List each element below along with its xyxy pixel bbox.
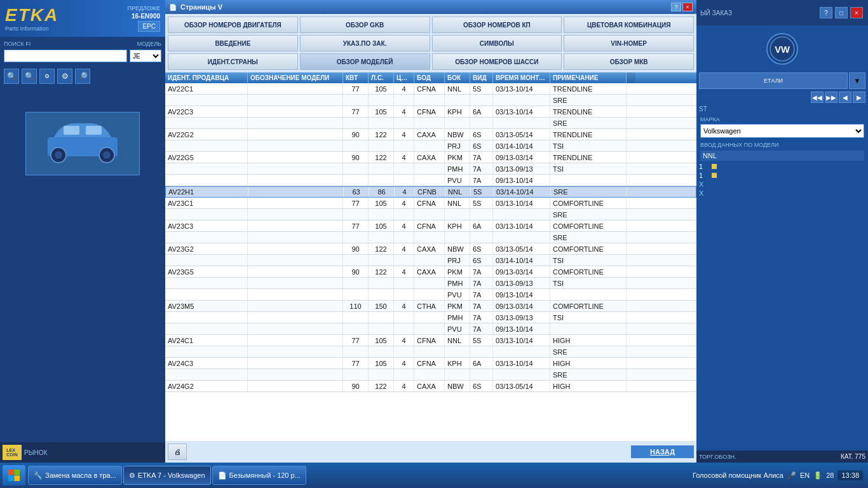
table-row[interactable]: PRJ6S03/14-10/14TSI xyxy=(165,255,696,266)
zoom-out-button[interactable]: 🔍 xyxy=(4,69,19,84)
help-button[interactable]: ? xyxy=(671,3,681,11)
print-button[interactable]: 🖨 xyxy=(168,444,187,460)
table-cell: NBW xyxy=(445,243,470,254)
table-row[interactable]: AV23G2901224CAXANBW6S03/13-05/14COMFORTL… xyxy=(165,243,696,255)
tool-btn-4[interactable]: ⚙ xyxy=(57,69,72,84)
model-select[interactable]: JE xyxy=(130,50,161,62)
table-row[interactable]: SRE xyxy=(165,232,696,243)
table-row[interactable]: SRE xyxy=(165,209,696,220)
table-cell: NNL xyxy=(445,187,471,197)
arrow-left-left[interactable]: ◀◀ xyxy=(811,92,824,103)
right-nav-dropdown[interactable]: ▼ xyxy=(849,72,865,89)
table-cell xyxy=(414,312,445,323)
etka-right-header: ПРЕДЛОЖЕ 16-EN900 EPC xyxy=(127,5,160,32)
table-cell xyxy=(248,278,343,288)
nav-simvoly[interactable]: СИМВОЛЫ xyxy=(432,35,562,51)
table-row[interactable]: PMH7A03/13-09/13TSI xyxy=(165,312,696,323)
nav-vvedenie[interactable]: ВВЕДЕНИЕ xyxy=(168,35,298,51)
table-cell xyxy=(165,232,248,243)
zoom-in-button[interactable]: 🔍 xyxy=(22,69,37,84)
main-window: 📄 Страницы V ? × ОБЗОР НОМЕРОВ ДВИГАТЕЛЯ… xyxy=(165,0,696,463)
table-cell xyxy=(165,369,248,380)
table-row[interactable]: AV23C1771054CFNANNL5S03/13-10/14COMFORTL… xyxy=(165,198,696,209)
table-cell xyxy=(248,346,343,357)
tool-btn-3[interactable]: ⚙ xyxy=(39,69,55,84)
table-cell xyxy=(550,323,627,334)
marka-select[interactable]: Volkswagen xyxy=(700,124,864,138)
table-row[interactable]: PMH7A03/13-09/13TSI xyxy=(165,163,696,175)
arrow-right-right[interactable]: ▶▶ xyxy=(825,92,837,103)
nav-kp-numbers[interactable]: ОБЗОР НОМЕРОВ КП xyxy=(432,17,562,33)
table-row[interactable]: PMH7A03/13-09/13TSI xyxy=(165,278,696,289)
table-cell: AV23G2 xyxy=(165,243,248,254)
nav-ukaz-po-zak[interactable]: УКАЗ.ПО ЗАК. xyxy=(300,35,430,51)
table-row[interactable]: SRE xyxy=(165,118,696,129)
table-cell: AV24C1 xyxy=(165,335,248,346)
back-button[interactable]: НАЗАД xyxy=(631,445,694,458)
start-button[interactable] xyxy=(3,465,25,485)
table-cell xyxy=(165,323,248,334)
table-row[interactable]: AV22C3771054CFNAKPH6A03/13-10/14TRENDLIN… xyxy=(165,106,696,118)
taskbar-item-2[interactable]: ⚙ ETKA 7 - Volkswagen xyxy=(123,466,211,485)
table-row[interactable]: PVU7A09/13-10/14 xyxy=(165,175,696,186)
table-cell: 77 xyxy=(343,83,369,94)
table-cell: 4 xyxy=(394,106,414,117)
table-row[interactable]: AV22G2901224CAXANBW6S03/13-05/14TRENDLIN… xyxy=(165,129,696,140)
table-row[interactable]: AV23C3771054CFNAKPH6A03/13-10/14COMFORTL… xyxy=(165,220,696,232)
nav-gkb[interactable]: ОБЗОР GKB xyxy=(300,17,430,33)
nav-engine-numbers[interactable]: ОБЗОР НОМЕРОВ ДВИГАТЕЛЯ xyxy=(168,17,298,33)
table-cell: 03/14-10/14 xyxy=(494,187,551,197)
table-cell: KPH xyxy=(445,106,470,117)
table-cell: 4 xyxy=(394,358,414,369)
nav-color-combination[interactable]: ЦВЕТОВАЯ КОМБИНАЦИЯ xyxy=(564,17,694,33)
taskbar-item-3[interactable]: 📄 Безымянный - 120 р... xyxy=(212,466,306,485)
nav-vin[interactable]: VIN-НОМЕР xyxy=(564,35,694,51)
table-row[interactable]: AV24G2901224CAXANBW6S03/13-05/14HIGH xyxy=(165,381,696,392)
table-cell xyxy=(470,346,493,357)
table-cell xyxy=(165,289,248,300)
table-row[interactable]: PVU7A09/13-10/14 xyxy=(165,289,696,301)
right-top-btn-close[interactable]: × xyxy=(850,7,863,18)
nav-obzor-mkv[interactable]: ОБЗОР МКВ xyxy=(564,53,694,70)
right-nav-etali[interactable]: ETАЛИ xyxy=(699,72,848,89)
right-top-btn-1[interactable]: ? xyxy=(820,7,832,18)
table-cell: AV22G2 xyxy=(165,129,248,140)
taskbar-item-1[interactable]: 🔧 Замена масла в тра... xyxy=(28,466,122,485)
rynok-button[interactable]: РЫНОК xyxy=(24,449,47,456)
table-row[interactable]: AV23M51101504CTHAPKM7A09/13-03/14COMFORT… xyxy=(165,301,696,312)
table-row[interactable]: SRE xyxy=(165,346,696,358)
search-button[interactable]: 🔎 xyxy=(75,69,90,84)
arrow-right[interactable]: ▶ xyxy=(853,92,865,103)
table-row[interactable]: AV24C3771054CFNAKPH6A03/13-10/14HIGH xyxy=(165,358,696,369)
table-row[interactable]: AV24C1771054CFNANNL5S03/13-10/14HIGH xyxy=(165,335,696,346)
table-row[interactable]: AV22G5901224CAXAPKM7A09/13-03/14TRENDLIN… xyxy=(165,152,696,163)
col-header-time: ВРЕМЯ МОНТАЖА xyxy=(493,72,550,83)
table-cell: 86 xyxy=(369,187,395,197)
table-cell: AV23G5 xyxy=(165,266,248,277)
table-cell xyxy=(414,289,445,300)
nav-obzor-shassi[interactable]: ОБЗОР НОМЕРОВ ШАССИ xyxy=(432,53,562,70)
table-cell: PKM xyxy=(445,152,470,163)
lex-icon: LEXCOIN xyxy=(3,445,22,460)
window-controls: ? × xyxy=(671,3,693,11)
search-fi-input[interactable] xyxy=(4,50,127,62)
epc-badge[interactable]: EPC xyxy=(138,21,160,32)
table-body[interactable]: AV22C1771054CFNANNL5S03/13-10/14TRENDLIN… xyxy=(165,83,696,441)
table-cell: COMFORTLINE xyxy=(550,266,627,277)
table-cell: 09/13-03/14 xyxy=(493,266,550,277)
table-cell: TRENDLINE xyxy=(550,106,627,117)
sidebar-labels: ПОИСК FI МОДЕЛЬ xyxy=(4,41,161,47)
nav-ident-strany[interactable]: ИДЕНТ.СТРАНЫ xyxy=(168,53,298,70)
arrow-left[interactable]: ◀ xyxy=(839,92,851,103)
table-row[interactable]: AV22H163864CFNBNNL5S03/14-10/14SRE xyxy=(165,186,696,198)
table-row[interactable]: PRJ6S03/14-10/14TSI xyxy=(165,140,696,152)
table-row[interactable]: AV22C1771054CFNANNL5S03/13-10/14TRENDLIN… xyxy=(165,83,696,95)
nav-obzor-modeley[interactable]: ОБЗОР МОДЕЛЕЙ xyxy=(300,53,430,70)
right-top-btn-2[interactable]: □ xyxy=(835,7,848,18)
table-row[interactable]: SRE xyxy=(165,95,696,106)
table-row[interactable]: SRE xyxy=(165,369,696,381)
close-button[interactable]: × xyxy=(682,3,693,11)
table-row[interactable]: AV23G5901224CAXAPKM7A09/13-03/14COMFORTL… xyxy=(165,266,696,278)
torg-obozn-label: ТОРГ.ОБОЗН. xyxy=(699,454,736,460)
table-row[interactable]: PVU7A09/13-10/14 xyxy=(165,323,696,335)
